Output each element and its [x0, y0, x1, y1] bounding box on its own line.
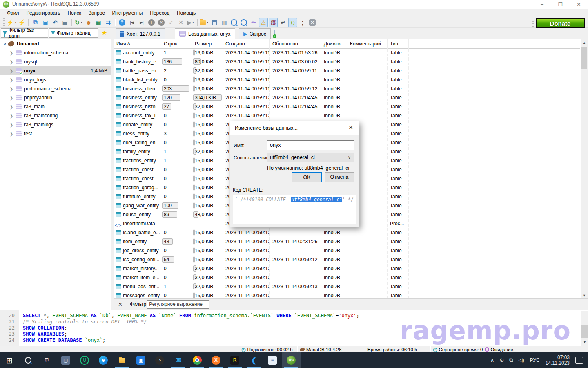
delete-record-icon[interactable]: ✕ [176, 18, 185, 27]
table-row[interactable]: bank_history_e...13680,0 KiB2023-11-14 0… [114, 57, 580, 66]
taskbar-heidisql[interactable]: HS [282, 352, 301, 368]
caret-right-icon[interactable]: ❯ [9, 78, 14, 82]
grid-filter-input[interactable] [147, 300, 209, 309]
undo-icon[interactable]: ↶ [51, 18, 60, 27]
taskbar-gauge[interactable]: ◔ [150, 352, 169, 368]
menu-item-0[interactable]: Файл [3, 9, 23, 17]
menu-item-4[interactable]: Инструменты [108, 9, 146, 17]
taskbar-store[interactable]: ▣ [131, 352, 150, 368]
log-vertical-scrollbar[interactable]: ▼ [581, 311, 588, 346]
print-icon[interactable]: ▤ [60, 18, 69, 27]
column-header-0[interactable]: Имя ˄ [114, 39, 161, 48]
donate-button[interactable]: Donate [536, 18, 585, 28]
find-replace-icon[interactable] [239, 18, 248, 27]
sidebar-item-performance_schema[interactable]: ❯performance_schema [0, 84, 111, 93]
language-indicator[interactable]: РУС [530, 357, 540, 363]
caret-right-icon[interactable]: ❯ [9, 96, 14, 100]
column-header-3[interactable]: Создано [223, 39, 270, 48]
cancel-record-icon[interactable]: × [157, 18, 166, 27]
refresh-icon[interactable]: ↻▼ [74, 18, 83, 27]
sidebar-item-mysql[interactable]: ❯mysql [0, 57, 111, 66]
taskbar-explorer[interactable] [113, 352, 131, 368]
start-button[interactable]: ⊞ [0, 352, 19, 368]
tray-phone-icon[interactable]: ⊙ [499, 357, 504, 364]
taskbar-iobit[interactable]: U [75, 352, 94, 368]
tab-host[interactable]: Хост: 127.0.0.1 [116, 28, 165, 39]
table-row[interactable]: account_entity116,0 KiB2023-11-14 00:59:… [114, 48, 580, 57]
sidebar-item-onyx[interactable]: ❯onyx1,4 MiB [0, 66, 111, 75]
post-record-icon[interactable]: ✓ [167, 18, 176, 27]
taskbar-remote-desktop[interactable]: ▢ [56, 352, 75, 368]
connect-icon[interactable]: ⚡▼ [7, 18, 16, 27]
export-results-icon[interactable]: ▥ [220, 18, 229, 27]
wrap-icon[interactable]: ↵ [278, 18, 287, 27]
create-code-box[interactable]: ` /*!40100 COLLATE 'utf8mb4_general_ci' … [233, 195, 356, 224]
notification-center-icon[interactable] [575, 357, 583, 364]
table-row[interactable]: job_dress_entity016,0 KiB2023-11-14 00:5… [114, 246, 580, 255]
table-row[interactable]: business_entity120304,0 KiB2023-11-14 00… [114, 93, 580, 102]
sidebar-item-information_schema[interactable]: ❯information_schema [0, 48, 111, 57]
open-file-icon[interactable]: ▼ [200, 18, 209, 27]
semicolon-icon[interactable]: ; [298, 18, 307, 27]
tab-query[interactable]: ▶ Запрос [239, 28, 271, 39]
table-row[interactable]: island_battle_e...016,0 KiB2023-11-14 00… [114, 228, 580, 237]
new-query-tab-button[interactable] [274, 30, 275, 36]
sidebar-item-onyx_logs[interactable]: ❯onyx_logs [0, 75, 111, 84]
ok-button[interactable]: OK [292, 172, 322, 182]
sidebar-item-ra3_main[interactable]: ❯ra3_main [0, 102, 111, 111]
warn-toggle-icon[interactable]: ⚠ [259, 18, 268, 27]
tab-database[interactable]: База данных: onyx [175, 28, 235, 39]
column-header-5[interactable]: Движок [321, 39, 347, 48]
column-header-6[interactable]: Комментарий [347, 39, 388, 48]
caret-right-icon[interactable]: ❯ [9, 105, 14, 109]
menu-item-1[interactable]: Редактировать [23, 9, 64, 17]
export-csv-icon[interactable]: ▦ [94, 18, 103, 27]
database-name-input[interactable] [267, 140, 354, 150]
menu-item-6[interactable]: Помощь [173, 9, 199, 17]
sidebar-item-ra3_mainlogs[interactable]: ❯ra3_mainlogs [0, 120, 111, 129]
taskbar-vscode[interactable]: ❮ [244, 352, 263, 368]
task-view-button[interactable]: ⧉ [38, 352, 56, 368]
tray-volume-icon[interactable]: ◁) [518, 357, 524, 364]
caret-right-icon[interactable]: ❯ [9, 132, 14, 136]
cancel-button[interactable]: Отмена [325, 172, 354, 182]
table-filter-input[interactable]: Фильтр таблиц [49, 28, 98, 38]
menu-item-2[interactable]: Поиск [64, 9, 85, 17]
menu-item-5[interactable]: Переход [146, 9, 173, 17]
scrollbar-thumb[interactable] [581, 325, 588, 338]
taskbar-notepad[interactable]: ≡ [263, 352, 282, 368]
taskbar-xampp[interactable]: X [207, 352, 225, 368]
dialog-title-bar[interactable]: Изменение базы данных... ✕ [230, 121, 359, 135]
taskbar-edge[interactable]: e [94, 352, 113, 368]
close-button[interactable]: ✕ [570, 0, 588, 9]
taskbar-ragemp[interactable]: R [225, 352, 244, 368]
favorites-star-icon[interactable]: ★ [101, 29, 107, 37]
close-tab-icon[interactable]: ✕ [308, 18, 317, 27]
table-row[interactable]: business_clien...20316,0 KiB2023-11-14 0… [114, 84, 580, 93]
caret-right-icon[interactable]: ❯ [9, 123, 14, 127]
caret-right-icon[interactable]: ❯ [9, 51, 14, 55]
sidebar-item-phpmyadmin[interactable]: ❯phpmyadmin [0, 93, 111, 102]
scrollbar-thumb[interactable] [581, 47, 587, 69]
session-manager-icon[interactable]: ☻ [84, 18, 93, 27]
caret-down-icon[interactable]: ∨ [2, 42, 8, 46]
table-row[interactable]: battle_pass_en...232,0 KiB2023-11-14 00:… [114, 66, 580, 75]
copy-icon[interactable]: ⧉ [31, 18, 40, 27]
parens-toggle-icon[interactable]: ( ) [288, 18, 297, 27]
save-icon[interactable] [210, 18, 219, 27]
taskbar-mail[interactable]: ✉ [169, 352, 188, 368]
scroll-down-icon[interactable]: ▼ [581, 339, 588, 346]
sidebar-item-test[interactable]: ❯test [0, 129, 111, 138]
run-query-icon[interactable]: ▶▼ [186, 18, 195, 27]
search-icon[interactable] [229, 18, 238, 27]
sidebar-item-ra3_mainconfig[interactable]: ❯ra3_mainconfig [0, 111, 111, 120]
column-header-4[interactable]: Обновлено [270, 39, 321, 48]
taskbar-chrome[interactable] [188, 352, 207, 368]
help-icon[interactable]: ? [118, 18, 127, 27]
table-row[interactable]: market_history...032,0 KiB2023-11-14 00:… [114, 264, 580, 273]
caret-right-icon[interactable]: ❯ [9, 87, 14, 91]
menu-item-3[interactable]: Запрос [85, 9, 109, 17]
column-header-2[interactable]: Размер [192, 39, 223, 48]
database-filter-input[interactable]: Фильтр баз данн [1, 28, 48, 38]
tray-chevron-icon[interactable]: ∧ [490, 357, 494, 364]
